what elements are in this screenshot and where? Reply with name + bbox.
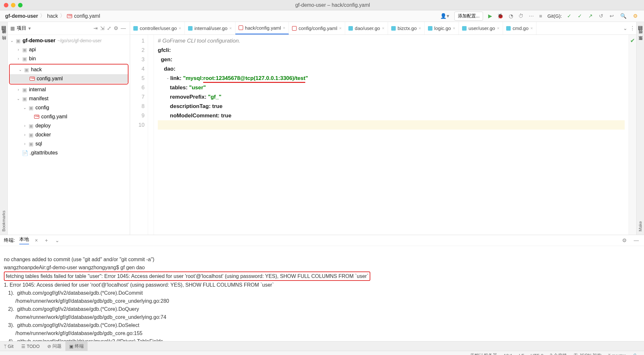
tab-more-icon[interactable]: ⋮ (629, 25, 636, 32)
breadcrumb-part[interactable]: hack (47, 13, 58, 19)
git-revert-icon[interactable]: ↩ (608, 12, 615, 20)
gutter-icon[interactable]: ▤ (638, 25, 643, 31)
collapse-all-icon[interactable]: ⤢ (106, 25, 112, 32)
tab-logic-go[interactable]: logic.go× (425, 22, 459, 35)
close-icon[interactable]: × (179, 26, 181, 31)
git-update-icon[interactable]: ✓ (566, 12, 573, 20)
gutter-icon[interactable]: ▤ (1, 25, 6, 31)
tree-folder-hack[interactable]: ⌄▣hack (10, 65, 128, 74)
hide-icon[interactable]: — (632, 237, 640, 244)
code-editor[interactable]: 12345678910 # GoFrame CLI tool configura… (130, 35, 636, 235)
bookmarks-tool[interactable]: Bookmarks (1, 211, 6, 232)
coverage-icon[interactable]: ◔ (507, 12, 515, 20)
tree-folder-config[interactable]: ⌄▣config (8, 103, 130, 112)
lock-icon[interactable]: 🔒 (629, 353, 641, 355)
tab-bizctx-go[interactable]: bizctx.go× (388, 22, 425, 35)
debug-icon[interactable]: 🐞 (496, 12, 505, 20)
git-history-icon[interactable]: ↺ (598, 12, 604, 20)
tree-folder-sql[interactable]: ›▣sql (8, 139, 130, 148)
code-content[interactable]: # GoFrame CLI tool configuration. gfcli:… (154, 35, 629, 235)
gear-icon[interactable]: ⚙ (112, 25, 119, 32)
status-branch[interactable]: ᛘ master (605, 353, 629, 355)
tab-label: config/config.yaml (298, 25, 337, 31)
add-config-button[interactable]: 添加配置... (454, 12, 483, 21)
git-label: Git(G): (547, 13, 562, 19)
tree-folder-internal[interactable]: ›▣internal (8, 85, 130, 94)
user-icon[interactable]: 👤▾ (439, 12, 450, 20)
profile-icon[interactable]: ⏱ (517, 13, 525, 20)
tree-file-config-yaml-2[interactable]: config.yaml (8, 112, 130, 121)
dropdown-icon[interactable]: ▾ (28, 25, 31, 31)
close-icon[interactable]: × (497, 26, 499, 31)
gear-icon[interactable]: ⚙ (621, 237, 628, 244)
tree-file-config-yaml[interactable]: config.yaml (10, 74, 128, 83)
branch-icon: ᛘ (608, 353, 611, 355)
close-icon[interactable]: × (339, 26, 342, 31)
close-icon[interactable]: × (530, 26, 533, 31)
stop-icon[interactable]: ■ (538, 13, 544, 20)
tree-folder-manifest[interactable]: ⌄▣manifest (8, 94, 130, 103)
gutter-tool[interactable]: Make (638, 221, 643, 232)
tree-folder-deploy[interactable]: ›▣deploy (8, 121, 130, 130)
status-encoding[interactable]: UTF-8 (527, 353, 547, 355)
settings-icon[interactable]: ⚙ (632, 12, 639, 20)
close-window-icon[interactable] (4, 3, 8, 7)
tree-folder-bin[interactable]: ›▣bin (8, 54, 130, 63)
tree-folder-api[interactable]: ›▣api (8, 45, 130, 54)
tab-label: cmd.go (513, 25, 528, 31)
select-opened-icon[interactable]: ⇥ (92, 25, 99, 32)
bottom-tool-problems[interactable]: ⊘问题 (43, 341, 65, 351)
maximize-window-icon[interactable] (18, 3, 23, 7)
status-line-sep[interactable]: LF (516, 353, 527, 355)
search-icon[interactable]: 🔍 (619, 12, 628, 20)
status-icon[interactable]: ▫ (3, 353, 5, 355)
tab-config-config[interactable]: config/config.yaml× (289, 22, 345, 35)
close-icon[interactable]: × (419, 26, 421, 31)
bottom-tool-git[interactable]: ᛘGit (0, 341, 17, 351)
terminal-tab-local[interactable]: 本地 (19, 236, 29, 244)
project-tree[interactable]: ⌄ ▣ gf-demo-user ~/go/src/gf-demo-user ›… (8, 35, 130, 235)
breadcrumb-part[interactable]: config.yaml (74, 13, 100, 19)
terminal-line: 4). github.com/gogf/gf/contrib/drivers/m… (4, 339, 163, 341)
close-icon[interactable]: × (453, 26, 455, 31)
breadcrumb-part[interactable]: gf-demo-user (5, 13, 38, 19)
fold-gutter[interactable] (148, 35, 154, 235)
bottom-tool-todo[interactable]: ☰TODO (17, 341, 43, 351)
git-push-icon[interactable]: ↗ (587, 12, 594, 20)
more-run-icon[interactable]: ⋯ (527, 12, 535, 20)
close-icon[interactable]: × (283, 25, 286, 30)
tab-dao-user-go[interactable]: dao/user.go× (345, 22, 388, 35)
hide-icon[interactable]: — (119, 25, 127, 32)
tab-user-user-go[interactable]: user/user.go× (459, 22, 503, 35)
close-icon[interactable]: × (33, 237, 39, 244)
tab-controller-user-go[interactable]: controller/user.go× (130, 22, 185, 35)
dropdown-icon[interactable]: ⌄ (54, 237, 61, 244)
expand-all-icon[interactable]: ⇲ (99, 25, 106, 32)
git-commit-icon[interactable]: ✓ (576, 12, 583, 20)
yaml-file-icon (239, 25, 243, 30)
tree-label: api (29, 47, 36, 53)
tab-hack-config[interactable]: hack/config.yaml× (235, 22, 289, 35)
status-cursor-pos[interactable]: 10:1 (500, 353, 516, 355)
close-icon[interactable]: × (382, 26, 384, 31)
status-indent[interactable]: 2 个空格 (547, 353, 571, 355)
code-scroll-gutter[interactable]: ✔ (629, 35, 636, 235)
tab-internal-user-go[interactable]: internal/user.go× (185, 22, 235, 35)
tree-folder-docker[interactable]: ›▣docker (8, 130, 130, 139)
run-icon[interactable]: ▶ (487, 12, 493, 20)
tree-file-gitattributes[interactable]: 📄.gitattributes (8, 148, 130, 157)
terminal-output[interactable]: no changes added to commit (use "git add… (0, 246, 644, 341)
tab-label: user/user.go (469, 25, 495, 31)
status-schema[interactable]: 无 JSON 架构 (570, 353, 605, 355)
minimize-window-icon[interactable] (11, 3, 15, 7)
code-key: descriptionTag: (170, 103, 211, 109)
tree-root[interactable]: ⌄ ▣ gf-demo-user ~/go/src/gf-demo-user (8, 36, 130, 45)
add-tab-icon[interactable]: + (44, 237, 49, 244)
tab-dropdown-icon[interactable]: ⌄ (622, 25, 629, 32)
tool-label: 问题 (52, 343, 62, 349)
bottom-tool-terminal[interactable]: ▣终端 (65, 341, 88, 351)
tab-cmd-go[interactable]: cmd.go× (503, 22, 536, 35)
status-server[interactable]: 无默认服务器 (467, 353, 500, 355)
close-icon[interactable]: × (229, 26, 232, 31)
window-titlebar: gf-demo-user – hack/config.yaml (0, 0, 644, 10)
